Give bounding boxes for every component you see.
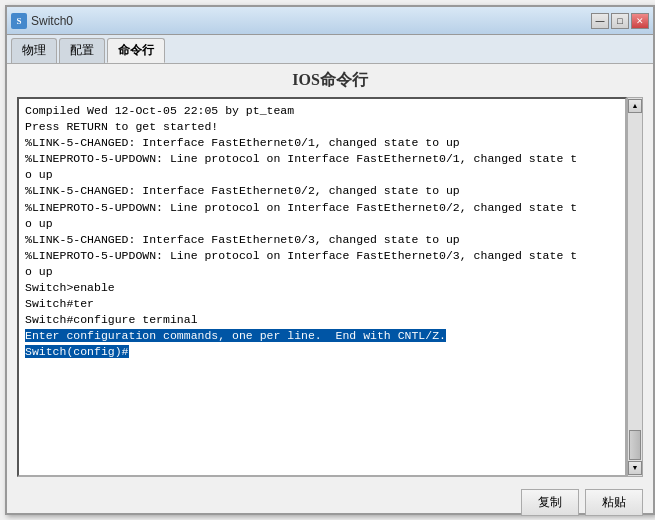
terminal-line: %LINK-5-CHANGED: Interface FastEthernet0… [25,232,619,248]
content-area: IOS命令行 Compiled Wed 12-Oct-05 22:05 by p… [7,64,653,483]
terminal-line: Switch#configure terminal [25,312,619,328]
tab-bar: 物理 配置 命令行 [7,35,653,64]
terminal-line: %LINEPROTO-5-UPDOWN: Line protocol on In… [25,151,619,183]
terminal-line: %LINK-5-CHANGED: Interface FastEthernet0… [25,135,619,151]
close-button[interactable]: ✕ [631,13,649,29]
scrollbar[interactable]: ▲ ▼ [627,97,643,477]
terminal-line: %LINEPROTO-5-UPDOWN: Line protocol on In… [25,248,619,280]
tab-cli[interactable]: 命令行 [107,38,165,63]
page-title: IOS命令行 [17,70,643,91]
bottom-bar: 复制 粘贴 [7,483,653,520]
maximize-button[interactable]: □ [611,13,629,29]
window-icon: S [11,13,27,29]
terminal-line: %LINK-5-CHANGED: Interface FastEthernet0… [25,183,619,199]
scroll-thumb[interactable] [629,430,641,460]
terminal-line: Press RETURN to get started! [25,119,619,135]
terminal-line: %LINEPROTO-5-UPDOWN: Line protocol on In… [25,200,619,232]
terminal-line: Compiled Wed 12-Oct-05 22:05 by pt_team [25,103,619,119]
paste-button[interactable]: 粘贴 [585,489,643,516]
copy-button[interactable]: 复制 [521,489,579,516]
scroll-down-button[interactable]: ▼ [628,461,642,475]
tab-config[interactable]: 配置 [59,38,105,63]
minimize-button[interactable]: — [591,13,609,29]
terminal-line: Switch#ter [25,296,619,312]
terminal-line: Switch(config)# [25,344,619,360]
main-window: S Switch0 — □ ✕ 物理 配置 命令行 IOS命令行 Compile… [5,5,655,515]
tab-physics[interactable]: 物理 [11,38,57,63]
title-bar-left: S Switch0 [11,13,73,29]
window-title: Switch0 [31,14,73,28]
terminal-output[interactable]: Compiled Wed 12-Oct-05 22:05 by pt_teamP… [17,97,627,477]
title-controls: — □ ✕ [591,13,649,29]
scroll-up-button[interactable]: ▲ [628,99,642,113]
terminal-wrapper: Compiled Wed 12-Oct-05 22:05 by pt_teamP… [17,97,643,477]
terminal-line: Switch>enable [25,280,619,296]
title-bar: S Switch0 — □ ✕ [7,7,653,35]
terminal-line: Enter configuration commands, one per li… [25,328,619,344]
